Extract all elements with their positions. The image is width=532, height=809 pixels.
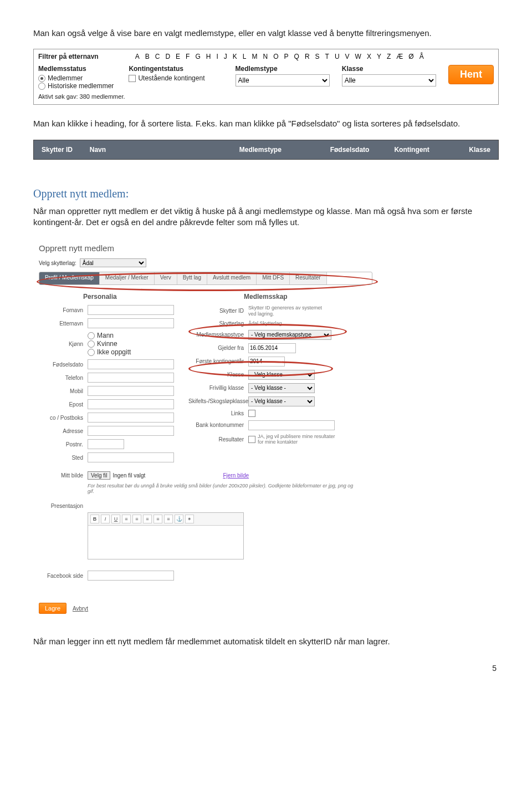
member-table-header[interactable]: Skytter ID Navn Medlemstype Fødselsdato … [33, 140, 499, 160]
telefon-input[interactable] [88, 373, 174, 383]
letter-C[interactable]: C [155, 53, 160, 60]
lagre-button[interactable]: Lagre [39, 603, 66, 614]
epost-input[interactable] [88, 399, 174, 409]
avbryt-link[interactable]: Avbryt [73, 606, 88, 612]
forstekontingent-input[interactable] [248, 357, 285, 367]
links-checkbox[interactable] [248, 410, 255, 417]
tab-profil-medlemskap[interactable]: Profil / Medlemskap [39, 272, 100, 284]
letter-W[interactable]: W [355, 53, 361, 60]
mtype-select[interactable]: - Velg medlemskapstype [248, 330, 331, 340]
klasse-form-select[interactable]: - Velg klasse - [248, 370, 315, 380]
medlemstype-header: Medlemstype [236, 65, 342, 73]
link-icon[interactable]: ⚓ [175, 515, 183, 523]
letter-Z[interactable]: Z [387, 53, 391, 60]
etternavn-input[interactable] [88, 318, 174, 328]
letter-I[interactable]: I [216, 53, 218, 60]
resultater-checkbox[interactable] [248, 436, 255, 443]
fjernbilde-link[interactable]: Fjern bilde [223, 472, 249, 479]
letter-R[interactable]: R [305, 53, 310, 60]
facebook-input[interactable] [88, 571, 174, 581]
hent-button[interactable]: Hent [448, 65, 494, 84]
align-center-icon[interactable]: ≡ [132, 515, 141, 523]
tab-medaljer-merker[interactable]: Medaljer / Merker [100, 272, 155, 284]
letter-P[interactable]: P [284, 53, 289, 60]
tab-bytt-lag[interactable]: Bytt lag [177, 272, 207, 284]
checkbox-utestaende[interactable] [129, 75, 136, 82]
medlemstype-select[interactable]: Alle [236, 74, 330, 87]
postnr-label: Postnr. [39, 441, 88, 447]
radio-historiske[interactable] [38, 83, 45, 90]
th-skytterid[interactable]: Skytter ID [42, 146, 90, 154]
bold-icon[interactable]: B [90, 515, 99, 523]
radio-medlemmer-label: Medlemmer [48, 74, 83, 82]
letter-M[interactable]: M [252, 53, 258, 60]
radio-kvinne[interactable] [88, 340, 95, 348]
skifelt-select[interactable]: - Velg klasse - [248, 396, 315, 406]
letter-T[interactable]: T [325, 53, 329, 60]
velg-skytterlag-select[interactable]: Ådal [80, 258, 146, 267]
underline-icon[interactable]: U [111, 515, 120, 523]
letter-U[interactable]: U [335, 53, 340, 60]
letter-L[interactable]: L [243, 53, 247, 60]
richtext-editor[interactable]: B I U ≡ ≡ ≡ ≡ ≡ ⚓ ✶ [88, 512, 244, 559]
letter-D[interactable]: D [165, 53, 170, 60]
image-icon[interactable]: ✶ [185, 515, 194, 523]
letter-V[interactable]: V [345, 53, 350, 60]
letter-A[interactable]: A [135, 53, 140, 60]
align-right-icon[interactable]: ≡ [143, 515, 152, 523]
fornavn-input[interactable] [88, 305, 174, 315]
letter-S[interactable]: S [315, 53, 320, 60]
letter-Ø[interactable]: Ø [408, 53, 413, 60]
klasse-select[interactable]: Alle [342, 74, 436, 87]
th-fodselsdato[interactable]: Fødselsdato [330, 146, 395, 154]
letter-N[interactable]: N [263, 53, 268, 60]
tab-mitt-dfs[interactable]: Mitt DFS [257, 272, 290, 284]
italic-icon[interactable]: I [101, 515, 110, 523]
radio-ikkeoppgitt[interactable] [88, 349, 95, 356]
list-ul-icon[interactable]: ≡ [164, 515, 173, 523]
letter-B[interactable]: B [145, 53, 150, 60]
letter-Å[interactable]: Å [420, 53, 424, 60]
th-klasse[interactable]: Klasse [453, 146, 491, 154]
fodselsdato-input[interactable] [88, 359, 174, 369]
letter-Y[interactable]: Y [377, 53, 381, 60]
mobil-input[interactable] [88, 386, 174, 396]
list-ol-icon[interactable]: ≡ [154, 515, 162, 523]
th-medlemstype[interactable]: Medlemstype [239, 146, 330, 154]
velgfil-button[interactable]: Velg fil [88, 471, 110, 480]
form-title: Opprett nytt medlem [39, 243, 393, 253]
facebook-label: Facebook side [39, 573, 88, 579]
medlemsstatus-header: Medlemsstatus [38, 65, 129, 73]
radio-medlemmer[interactable] [38, 75, 45, 82]
letter-J[interactable]: J [224, 53, 227, 60]
letter-X[interactable]: X [367, 53, 371, 60]
letter-Q[interactable]: Q [294, 53, 299, 60]
adresse-input[interactable] [88, 426, 174, 436]
radio-kvinne-label: Kvinne [97, 340, 117, 348]
letter-Æ[interactable]: Æ [396, 53, 403, 60]
section-heading: Opprett nytt medlem: [33, 187, 499, 200]
tab-verv[interactable]: Verv [155, 272, 177, 284]
letter-E[interactable]: E [176, 53, 180, 60]
align-left-icon[interactable]: ≡ [122, 515, 131, 523]
sted-input[interactable] [88, 452, 174, 462]
radio-ikkeoppgitt-label: Ikke oppgitt [97, 348, 131, 356]
letter-G[interactable]: G [195, 53, 200, 60]
th-kontingent[interactable]: Kontingent [394, 146, 453, 154]
postnr-input[interactable] [88, 439, 124, 449]
th-navn[interactable]: Navn [90, 146, 239, 154]
frivillig-select[interactable]: - Velg klasse - [248, 383, 315, 393]
letter-O[interactable]: O [273, 53, 278, 60]
bank-input[interactable] [248, 420, 335, 430]
postboks-input[interactable] [88, 413, 174, 423]
letter-H[interactable]: H [206, 53, 211, 60]
fodselsdato-label: Fødselsdato [39, 362, 88, 368]
richtext-area[interactable] [88, 526, 243, 559]
letter-F[interactable]: F [186, 53, 190, 60]
tab-resultater[interactable]: Resultater [290, 272, 327, 284]
letter-K[interactable]: K [233, 53, 237, 60]
gjelderfra-input[interactable] [248, 343, 296, 353]
kontingentstatus-header: Kontingentstatus [129, 65, 235, 73]
tab-avslutt-medlem[interactable]: Avslutt medlem [207, 272, 257, 284]
radio-mann[interactable] [88, 332, 95, 339]
